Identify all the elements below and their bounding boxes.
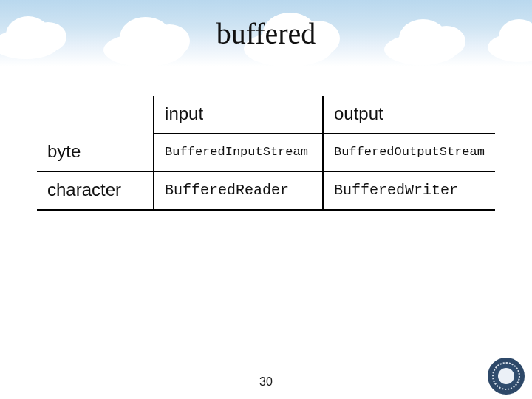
table-corner-empty [37, 96, 154, 134]
table-header-row: input output [37, 96, 495, 134]
cell-byte-output: BufferedOutputStream [323, 134, 495, 171]
slide: buffered input output byte BufferedInput… [0, 0, 532, 399]
content-area: input output byte BufferedInputStream Bu… [37, 96, 495, 211]
column-header-output: output [323, 96, 495, 134]
page-number: 30 [0, 375, 532, 389]
row-label-byte: byte [37, 134, 154, 171]
institution-crest-icon [488, 358, 525, 395]
cell-character-input: BufferedReader [154, 171, 323, 210]
row-label-character: character [37, 171, 154, 210]
slide-title: buffered [0, 16, 532, 51]
column-header-input: input [154, 96, 323, 134]
table-row: character BufferedReader BufferedWriter [37, 171, 495, 210]
cell-character-output: BufferedWriter [323, 171, 495, 210]
cell-byte-input: BufferedInputStream [154, 134, 323, 171]
io-table: input output byte BufferedInputStream Bu… [37, 96, 495, 211]
table-row: byte BufferedInputStream BufferedOutputS… [37, 134, 495, 171]
